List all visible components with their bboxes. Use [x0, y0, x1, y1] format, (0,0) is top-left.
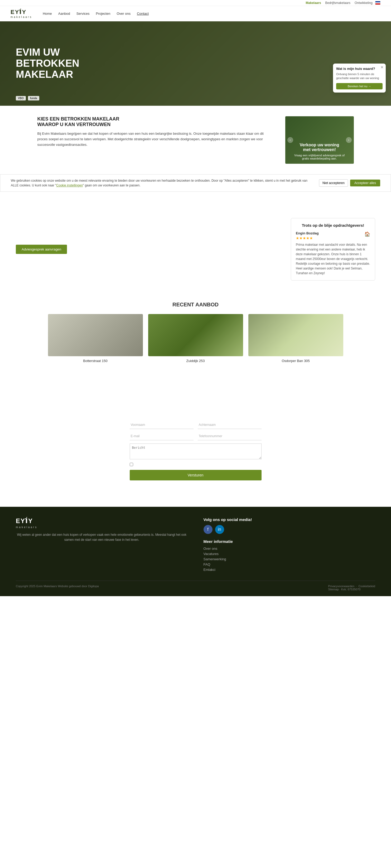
- footer-link-faq-anchor[interactable]: FAQ: [204, 562, 210, 566]
- footer-link-emlakci-anchor[interactable]: Emlakci: [204, 568, 216, 571]
- footer-bottom: Copyright 2025 Evim Makelaars Website ge…: [16, 581, 375, 591]
- cookie-bar-text: We gebruiken cookies op onze website om …: [11, 178, 314, 188]
- intro-left: KIES EEN BETROKKEN MAKELAARWAAROP U KAN …: [37, 116, 275, 147]
- slider-subtitle: Vraag een vrijblijvend adviesgesprek ofg…: [289, 154, 350, 160]
- property-name-1: Botterstraat 150: [48, 359, 143, 363]
- lastname-input[interactable]: [198, 421, 262, 429]
- slider-card: ‹ › Verkoop uw woningmet vertrouwen! Vra…: [285, 116, 354, 164]
- logo-area[interactable]: EYÍ̈Y makelaars: [10, 9, 32, 19]
- recent-section: RECENT AANBOD Botterstraat 150 Zuiddijk …: [0, 291, 391, 373]
- footer-social-title: Volg ons op social media!: [204, 517, 375, 522]
- cookie-bar: We gebruiken cookies op onze website om …: [0, 174, 391, 192]
- contact-form: Versturen: [130, 421, 262, 480]
- cookie-policy-link[interactable]: Cookiebeleid: [358, 585, 375, 588]
- hero-content: EVIM UWBETROKKENMAKELAAR: [0, 36, 95, 90]
- footer-logo: EYÍ̈Y: [16, 517, 188, 525]
- property-card-1[interactable]: Botterstraat 150: [48, 314, 143, 363]
- top-bar: Makelaars Bedrijfsmakelaars Ontwikkeling: [0, 0, 391, 6]
- footer: EYÍ̈Y makelaars Wij weten al geen ander …: [0, 507, 391, 596]
- spacer-1: [0, 192, 391, 208]
- spacer-4: [0, 491, 391, 507]
- footer-link-vacatures[interactable]: Vacatures: [204, 552, 375, 556]
- intro-section: KIES EEN BETROKKEN MAKELAARWAAROP U KAN …: [0, 106, 391, 174]
- testimonial-card: Trots op de blije opdrachtgevers! 🏠 Engi…: [291, 218, 375, 281]
- testimonial-left: Adviesgesprek aanvragen: [16, 245, 280, 254]
- phone-input[interactable]: [198, 432, 262, 440]
- footer-bottom-right: Privacyvoorwaarden · Cookiebeleid Sitema…: [328, 585, 375, 591]
- nav-aanbod[interactable]: Aanbod: [58, 11, 70, 16]
- spacer-3: [0, 389, 391, 405]
- recent-heading: RECENT AANBOD: [16, 302, 375, 308]
- property-image-2: [148, 314, 243, 356]
- chat-widget: ✕ Wat is mijn huis waard? Ontvang binnen…: [333, 64, 386, 93]
- intro-text: Bij Evim Makelaars begrijpen we dat het …: [37, 131, 275, 147]
- cookie-settings-link[interactable]: Cookie instellingen: [56, 184, 83, 187]
- logo-sub: makelaars: [10, 16, 32, 19]
- footer-col-social: Volg ons op social media! f in Meer info…: [204, 517, 375, 573]
- topbar-link-makelaars[interactable]: Makelaars: [306, 1, 321, 5]
- footer-sitemap: Sitemap · Kvk: 67535070: [328, 588, 375, 591]
- home-icon: 🏠: [364, 231, 370, 237]
- cookie-reject-button[interactable]: Niet accepteren: [319, 179, 348, 187]
- chat-close-icon[interactable]: ✕: [381, 65, 384, 69]
- message-textarea[interactable]: [130, 443, 262, 459]
- hero-badge-funda: funda: [28, 96, 39, 100]
- email-input[interactable]: [130, 432, 193, 440]
- hero-badges: VBO funda: [16, 96, 39, 100]
- footer-link-emlakci[interactable]: Emlakci: [204, 567, 375, 571]
- property-name-3: Osdorper Ban 305: [248, 359, 343, 363]
- property-name-2: Zuiddijk 253: [148, 359, 243, 363]
- property-card-2[interactable]: Zuiddijk 253: [148, 314, 243, 363]
- footer-link-faq[interactable]: FAQ: [204, 562, 375, 566]
- form-row-contact: [130, 432, 262, 440]
- consent-checkbox[interactable]: [130, 463, 133, 466]
- nav-services[interactable]: Services: [77, 11, 90, 16]
- footer-top: EYÍ̈Y makelaars Wij weten al geen ander …: [16, 517, 375, 573]
- footer-link-vacatures-anchor[interactable]: Vacatures: [204, 552, 219, 556]
- footer-link-samenwerking-anchor[interactable]: Samenwerking: [204, 557, 226, 561]
- linkedin-icon[interactable]: in: [215, 525, 224, 534]
- chat-widget-title: Wat is mijn huis waard?: [336, 67, 383, 71]
- chat-widget-button[interactable]: Bereken het nu →: [336, 83, 383, 89]
- footer-desc: Wij weten al geen ander dat een huis kop…: [16, 532, 188, 542]
- footer-link-over-ons[interactable]: Over ons: [204, 546, 375, 551]
- property-grid: Botterstraat 150 Zuiddijk 253 Osdorper B…: [16, 314, 375, 363]
- nav-projecten[interactable]: Projecten: [96, 11, 111, 16]
- logo-text: EYÍ̈Y: [10, 9, 32, 16]
- nav-home[interactable]: Home: [43, 11, 52, 16]
- testimonial-right: Trots op de blije opdrachtgevers! 🏠 Engi…: [291, 218, 375, 281]
- facebook-icon[interactable]: f: [204, 525, 212, 534]
- testimonial-section: Adviesgesprek aanvragen Trots op de blij…: [0, 208, 391, 291]
- slider-title: Verkoop uw woningmet vertrouwen!: [289, 143, 350, 152]
- slider-prev-button[interactable]: ‹: [288, 137, 293, 143]
- footer-link-over-ons-anchor[interactable]: Over ons: [204, 547, 217, 551]
- hero-section: EVIM UWBETROKKENMAKELAAR VBO funda ✕ Wat…: [0, 21, 391, 106]
- topbar-link-bedrijfsmakelaars[interactable]: Bedrijfsmakelaars: [325, 1, 351, 5]
- footer-copyright: Copyright 2025 Evim Makelaars Website ge…: [16, 585, 99, 591]
- slider-next-button[interactable]: ›: [346, 137, 352, 143]
- footer-link-samenwerking[interactable]: Samenwerking: [204, 557, 375, 561]
- topbar-link-ontwikkeling[interactable]: Ontwikkeling: [355, 1, 372, 5]
- checkbox-row: [130, 463, 262, 466]
- main-nav: Home Aanbod Services Projecten Over ons …: [43, 11, 149, 16]
- language-flag-icon[interactable]: [375, 1, 381, 5]
- submit-button[interactable]: Versturen: [130, 470, 262, 480]
- footer-links: Over ons Vacatures Samenwerking FAQ Emla…: [204, 546, 375, 571]
- property-card-3[interactable]: Osdorper Ban 305: [248, 314, 343, 363]
- advice-button[interactable]: Adviesgesprek aanvragen: [16, 245, 67, 254]
- footer-logo-sub: makelaars: [16, 526, 188, 529]
- hero-title: EVIM UWBETROKKENMAKELAAR: [16, 47, 79, 80]
- nav-over-ons[interactable]: Over ons: [117, 11, 130, 16]
- intro-right: ‹ › Verkoop uw woningmet vertrouwen! Vra…: [285, 116, 354, 164]
- cookie-accept-button[interactable]: Accepteer alles: [350, 180, 380, 186]
- chat-widget-desc: Ontvang binnen 5 minuten de geschatte wa…: [336, 72, 383, 81]
- footer-col-logo: EYÍ̈Y makelaars Wij weten al geen ander …: [16, 517, 188, 573]
- intro-heading: KIES EEN BETROKKEN MAKELAARWAAROP U KAN …: [37, 116, 275, 127]
- form-row-name: [130, 421, 262, 429]
- slider-arrows: ‹ ›: [285, 137, 354, 143]
- nav-contact[interactable]: Contact: [137, 11, 149, 16]
- hero-badge-vbo: VBO: [16, 96, 26, 100]
- privacy-link[interactable]: Privacyvoorwaarden: [328, 585, 354, 588]
- firstname-input[interactable]: [130, 421, 193, 429]
- header: EYÍ̈Y makelaars Home Aanbod Services Pro…: [0, 6, 391, 21]
